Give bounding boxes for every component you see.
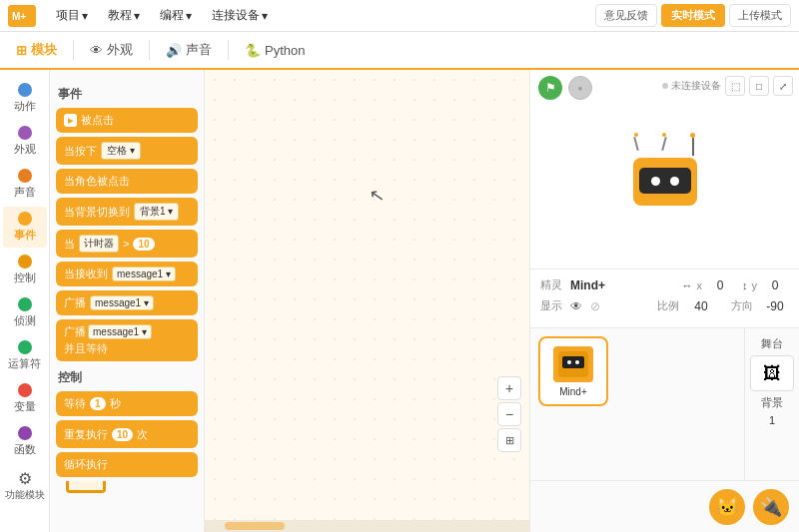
robot-right-eye [670,177,679,186]
zoom-controls: + − ⊞ [497,376,521,452]
block-when-receive-message[interactable]: 当接收到 message1 ▾ [56,262,198,286]
feedback-button[interactable]: 意见反馈 [595,4,657,27]
y-field: ↕ y 0 [742,278,789,292]
modules-icon: ⚙ [5,469,45,488]
canvas-scrollbar-bottom[interactable] [205,520,529,532]
x-field: ↔ x 0 [682,278,735,292]
logo-icon: M+ [8,5,36,27]
stage-bg-box: 🖼 [750,355,794,391]
block-when-backdrop-switches[interactable]: 当背景切换到 背景1 ▾ [56,198,198,226]
robot-sprite [633,133,697,206]
stage-backdrop-icon: 🖼 [763,363,781,384]
tab-sound[interactable]: 🔊 声音 [150,32,228,70]
sprite-card-mindplus[interactable]: Mind+ [538,336,608,406]
block-forever[interactable]: 循环执行 [56,452,198,477]
main-content: 动作 外观 声音 事件 控制 侦测 运算符 变量 [0,70,799,532]
eye-hidden-icon[interactable]: ⊘ [590,299,600,313]
menu-connect[interactable]: 连接设备 ▾ [204,3,276,28]
block-wait[interactable]: 等待 1 秒 [56,391,198,416]
block-when-flag-clicked[interactable]: ▸ 被点击 [56,108,198,133]
category-dot-control [18,255,32,268]
tab-python[interactable]: 🐍 Python [229,32,321,70]
category-sound[interactable]: 声音 [3,164,47,205]
block-when-key-pressed[interactable]: 当按下 空格 ▾ [56,137,198,165]
tab-module[interactable]: ⊞ 模块 [0,32,73,70]
module-icon: ⊞ [16,43,27,58]
category-operators[interactable]: 运算符 [3,335,47,376]
zoom-out-button[interactable]: − [497,402,521,426]
category-dot-appearance [18,126,32,140]
realtime-mode-button[interactable]: 实时模式 [661,4,725,27]
category-control[interactable]: 控制 [3,250,47,290]
block-broadcast-wait[interactable]: 广播 message1 ▾ 并且等待 [56,319,198,361]
robot-left-eye [651,177,660,186]
zoom-fit-button[interactable]: ⊞ [497,428,521,452]
robot-antennae [633,133,697,156]
block-when-sprite-clicked[interactable]: 当角色被点击 [56,169,198,194]
category-dot-operators [18,340,32,354]
stage-preview: ⚑ ● 未连接设备 ⬚ □ ⤢ [530,70,799,269]
tab-appearance[interactable]: 👁 外观 [74,32,149,70]
block-repeat[interactable]: 重复执行 10 次 [56,420,198,448]
canvas-area[interactable]: ↖ + − ⊞ [205,70,529,532]
control-section-title: 控制 [58,369,198,386]
block-when-timer[interactable]: 当 计时器 > 10 [56,230,198,258]
sprite-card-label: Mind+ [559,386,587,397]
category-dot-sensing [18,297,32,311]
block-forever-indent [66,481,106,493]
sprite-info: 精灵 Mind+ ↔ x 0 ↕ y 0 显示 👁 ⊘ 比例 [530,269,799,328]
stage-content [530,70,799,268]
block-broadcast[interactable]: 广播 message1 ▾ [56,290,198,315]
topbar: M+ 项目 ▾ 教程 ▾ 编程 ▾ 连接设备 ▾ 意见反馈 实时模式 上传模式 [0,0,799,32]
category-dot-events [18,212,32,226]
stage-side-panel: 舞台 🖼 背景 1 [744,328,799,480]
svg-text:M+: M+ [12,11,26,22]
category-motion[interactable]: 动作 [3,78,47,119]
category-dot-functions [18,426,32,440]
category-dot-variables [18,383,32,397]
category-appearance[interactable]: 外观 [3,121,47,162]
category-events[interactable]: 事件 [3,207,47,248]
python-icon: 🐍 [245,43,261,58]
upload-mode-button[interactable]: 上传模式 [729,4,791,27]
sprite-thumbnail [553,346,593,382]
eye-visible-icon[interactable]: 👁 [570,299,582,313]
category-dot-motion [18,83,32,97]
sprites-area: Mind+ 舞台 🖼 背景 1 [530,328,799,480]
add-sprite-button[interactable]: 🐱 [709,489,745,525]
canvas-grid [205,70,529,532]
right-panel: ⚑ ● 未连接设备 ⬚ □ ⤢ [529,70,799,532]
robot-face [639,168,691,194]
sprite-info-row-1: 精灵 Mind+ ↔ x 0 ↕ y 0 [540,277,789,292]
category-sidebar: 动作 外观 声音 事件 控制 侦测 运算符 变量 [0,70,50,532]
sound-icon: 🔊 [166,43,182,58]
menu-project[interactable]: 项目 ▾ [48,3,96,28]
category-sensing[interactable]: 侦测 [3,292,47,333]
category-variables[interactable]: 变量 [3,378,47,419]
zoom-in-button[interactable]: + [497,376,521,400]
tabbar: ⊞ 模块 👁 外观 🔊 声音 🐍 Python [0,32,799,70]
sprite-list: Mind+ [530,328,744,480]
scrollbar-thumb [225,522,285,530]
sprite-info-row-2: 显示 👁 ⊘ 比例 40 方向 -90 [540,298,789,313]
robot-body [633,158,697,206]
appearance-icon: 👁 [90,43,103,58]
blocks-panel: 事件 ▸ 被点击 当按下 空格 ▾ 当角色被点击 当背景切换到 背景1 ▾ 当 … [50,70,205,532]
block-forever-container: 循环执行 [56,452,198,493]
app-logo: M+ [8,5,36,27]
menu-programming[interactable]: 编程 ▾ [152,3,200,28]
category-modules[interactable]: ⚙ 功能模块 [3,464,47,507]
events-section-title: 事件 [58,86,198,103]
bottom-action-area: 🐱 🔌 [530,480,799,532]
menu-tutorial[interactable]: 教程 ▾ [100,3,148,28]
add-extension-button[interactable]: 🔌 [753,489,789,525]
category-dot-sound [18,169,32,183]
category-functions[interactable]: 函数 [3,421,47,462]
